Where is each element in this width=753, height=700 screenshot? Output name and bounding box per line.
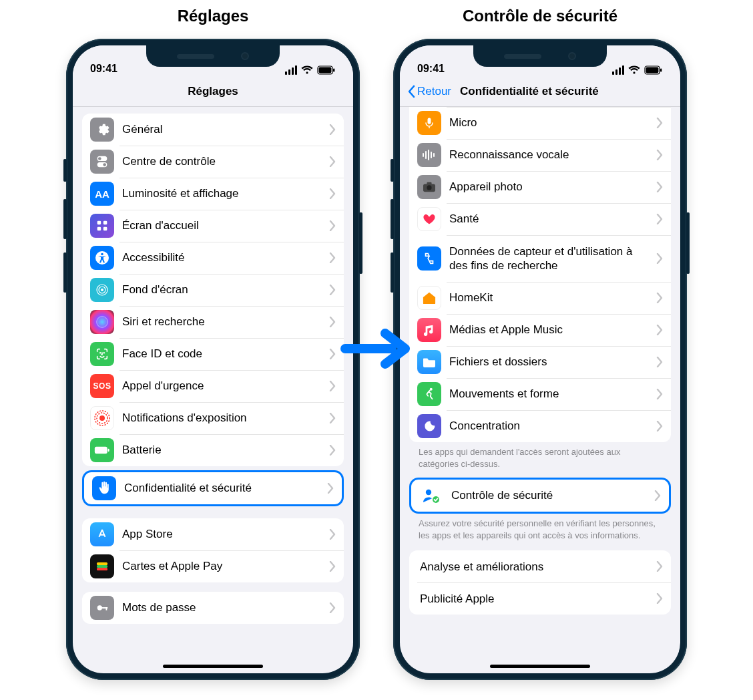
privacy-row-health[interactable]: Santé xyxy=(409,203,671,235)
chevron-right-icon xyxy=(329,188,336,199)
svg-point-4 xyxy=(98,157,101,160)
row-label: Analyse et améliorations xyxy=(420,560,656,574)
page-label-left: Réglages xyxy=(178,7,249,25)
settings-content[interactable]: Général Centre de contrôle xyxy=(73,107,353,673)
chevron-right-icon xyxy=(329,349,336,359)
privacy-row-safety-highlight[interactable]: Contrôle de sécurité xyxy=(409,478,671,514)
settings-row-appstore[interactable]: App Store xyxy=(82,518,344,550)
svg-point-15 xyxy=(101,289,103,291)
home-indicator[interactable] xyxy=(163,665,263,668)
row-label: Général xyxy=(122,122,329,136)
settings-row-wallpaper[interactable]: Fond d'écran xyxy=(82,274,344,306)
privacy-row-homekit[interactable]: HomeKit xyxy=(409,282,671,314)
wifi-icon xyxy=(628,65,640,75)
privacy-group-analytics: Analyse et améliorations Publicité Apple xyxy=(409,550,671,615)
wallet-icon xyxy=(90,554,114,578)
svg-point-16 xyxy=(97,317,108,328)
settings-group-passwords: Mots de passe xyxy=(82,592,344,624)
privacy-row-camera[interactable]: Appareil photo xyxy=(409,171,671,203)
siri-icon xyxy=(90,310,114,334)
settings-row-passwords[interactable]: Mots de passe xyxy=(82,592,344,624)
row-label: Confidentialité et sécurité xyxy=(124,481,327,495)
svg-rect-2 xyxy=(333,69,334,72)
key-icon xyxy=(90,596,114,620)
row-label: Appareil photo xyxy=(449,180,656,194)
speech-icon xyxy=(417,143,441,167)
status-time: 09:41 xyxy=(90,63,117,75)
wallpaper-icon xyxy=(90,278,114,302)
privacy-row-speech[interactable]: Reconnaissance vocale xyxy=(409,139,671,171)
settings-row-privacy[interactable]: Confidentialité et sécurité xyxy=(84,472,342,504)
row-label: Santé xyxy=(449,212,656,226)
privacy-row-research[interactable]: Données de capteur et d'utilisation à de… xyxy=(409,235,671,282)
settings-row-wallet[interactable]: Cartes et Apple Pay xyxy=(82,550,344,582)
svg-rect-31 xyxy=(646,67,659,73)
settings-row-home-screen[interactable]: Écran d'accueil xyxy=(82,210,344,242)
row-label: Médias et Apple Music xyxy=(449,323,656,337)
privacy-row-media[interactable]: Médias et Apple Music xyxy=(409,314,671,346)
chevron-right-icon xyxy=(656,293,663,303)
chevron-right-icon xyxy=(656,182,663,192)
mic-icon xyxy=(417,111,441,135)
settings-row-siri[interactable]: Siri et recherche xyxy=(82,306,344,338)
settings-row-privacy-highlight[interactable]: Confidentialité et sécurité xyxy=(82,470,344,506)
display-icon: AA xyxy=(90,182,114,206)
privacy-content[interactable]: Micro Reconnaissance vocale xyxy=(400,107,680,673)
row-label: Données de capteur et d'utilisation à de… xyxy=(449,244,656,273)
privacy-row-advertising[interactable]: Publicité Apple xyxy=(409,582,671,615)
row-label: Concentration xyxy=(449,419,656,433)
row-label: Notifications d'exposition xyxy=(122,411,329,425)
settings-row-sos[interactable]: SOS Appel d'urgence xyxy=(82,370,344,402)
settings-row-accessibility[interactable]: Accessibilité xyxy=(82,242,344,274)
chevron-right-icon xyxy=(656,325,663,335)
svg-point-19 xyxy=(99,415,105,421)
camera-icon xyxy=(417,175,441,199)
row-label: Micro xyxy=(449,116,656,130)
settings-row-exposure[interactable]: Notifications d'exposition xyxy=(82,402,344,434)
back-button[interactable]: Retour xyxy=(407,85,451,98)
row-label: Contrôle de sécurité xyxy=(451,488,654,502)
page-label-right: Contrôle de sécurité xyxy=(463,7,617,25)
nav-bar-right: Retour Confidentialité et sécurité xyxy=(400,76,680,107)
settings-row-display[interactable]: AA Luminosité et affichage xyxy=(82,178,344,210)
chevron-right-icon xyxy=(329,156,336,167)
settings-row-general[interactable]: Général xyxy=(82,114,344,146)
chevron-right-icon xyxy=(329,252,336,263)
chevron-right-icon xyxy=(329,413,336,423)
accessibility-icon xyxy=(90,246,114,270)
home-indicator[interactable] xyxy=(490,665,590,668)
svg-rect-29 xyxy=(106,607,107,610)
chevron-right-icon xyxy=(329,124,336,135)
settings-group-main: Général Centre de contrôle xyxy=(82,114,344,466)
settings-row-battery[interactable]: Batterie xyxy=(82,434,344,466)
svg-point-6 xyxy=(103,163,106,166)
svg-point-43 xyxy=(426,490,431,495)
privacy-group-main: Micro Reconnaissance vocale xyxy=(409,107,671,442)
svg-rect-9 xyxy=(97,227,101,231)
privacy-row-motion[interactable]: Mouvements et forme xyxy=(409,378,671,410)
research-icon xyxy=(417,246,441,271)
home-icon xyxy=(417,286,441,310)
privacy-row-microphone[interactable]: Micro xyxy=(409,107,671,139)
signal-icon xyxy=(612,65,624,75)
svg-rect-26 xyxy=(97,568,107,570)
chevron-right-icon xyxy=(656,118,663,128)
privacy-row-safety[interactable]: Contrôle de sécurité xyxy=(411,480,669,512)
row-label: Accessibilité xyxy=(122,250,329,265)
privacy-row-analytics[interactable]: Analyse et améliorations xyxy=(409,550,671,582)
chevron-right-icon xyxy=(329,381,336,391)
settings-row-faceid[interactable]: Face ID et code xyxy=(82,338,344,370)
phone-notch xyxy=(146,45,280,67)
privacy-row-files[interactable]: Fichiers et dossiers xyxy=(409,346,671,378)
home-grid-icon xyxy=(90,214,114,238)
svg-point-18 xyxy=(103,353,104,353)
svg-point-27 xyxy=(97,605,102,610)
focus-icon xyxy=(417,414,441,438)
settings-row-control-center[interactable]: Centre de contrôle xyxy=(82,146,344,178)
chevron-right-icon xyxy=(656,357,663,367)
chevron-right-icon xyxy=(656,253,663,264)
wifi-icon xyxy=(301,65,313,75)
row-label: Fichiers et dossiers xyxy=(449,355,656,369)
privacy-row-focus[interactable]: Concentration xyxy=(409,410,671,442)
svg-rect-32 xyxy=(660,69,662,72)
